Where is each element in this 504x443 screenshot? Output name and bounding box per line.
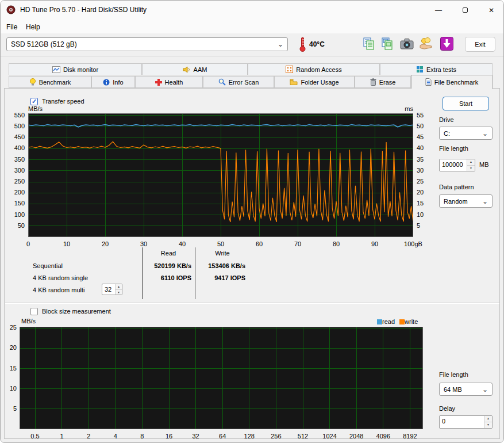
tab-label: Erase bbox=[379, 79, 396, 86]
axis-tick-label: 30 bbox=[417, 167, 434, 174]
benchmark-icon bbox=[29, 78, 36, 86]
temperature-value: 40°C bbox=[309, 40, 325, 48]
multi-thread-spinner[interactable]: 32 ▲▼ bbox=[102, 284, 122, 295]
axis-tick-label: 50 bbox=[206, 240, 235, 247]
section-divider bbox=[5, 303, 499, 304]
extra-tests-icon bbox=[416, 66, 424, 73]
spin-up-icon[interactable]: ▲ bbox=[116, 284, 122, 289]
tab-benchmark[interactable]: Benchmark bbox=[9, 76, 91, 88]
block-size-checkbox[interactable] bbox=[30, 308, 38, 315]
data-pattern-value: Random bbox=[444, 198, 482, 205]
axis-tick-label: 5 bbox=[2, 405, 17, 412]
result-row-label: 4 KB random single bbox=[33, 274, 88, 281]
axis-tick-label: 10 bbox=[2, 385, 17, 392]
axis-tick-label: 64 bbox=[208, 433, 237, 440]
transfer-chart-plot bbox=[28, 113, 413, 237]
app-icon bbox=[6, 5, 16, 14]
maximize-button[interactable] bbox=[452, 1, 478, 20]
file-length2-value: 64 MB bbox=[444, 386, 482, 393]
menu-help[interactable]: Help bbox=[22, 22, 44, 32]
window-title: HD Tune Pro 5.70 - Hard Disk/SSD Utility bbox=[20, 6, 147, 14]
axis-tick-label: 512 bbox=[288, 433, 317, 440]
titlebar: HD Tune Pro 5.70 - Hard Disk/SSD Utility… bbox=[1, 1, 504, 20]
spin-down-icon[interactable]: ▼ bbox=[484, 422, 492, 428]
result-row-label: Sequential bbox=[33, 262, 63, 269]
drive-select-value: C: bbox=[444, 130, 482, 137]
download-icon[interactable] bbox=[440, 37, 453, 51]
tab-file-benchmark[interactable]: File Benchmark bbox=[411, 75, 493, 89]
spin-up-icon[interactable]: ▲ bbox=[484, 416, 492, 422]
axis-tick-label: 25 bbox=[417, 178, 434, 185]
axis-tick-label: 450 bbox=[2, 133, 25, 140]
data-pattern-select[interactable]: Random ⌄ bbox=[439, 194, 493, 208]
file-length-spinner[interactable]: 100000 ▲▼ bbox=[439, 159, 475, 171]
tab-random-access[interactable]: Random Access bbox=[248, 63, 380, 75]
axis-tick-label: 10 bbox=[417, 211, 434, 218]
tab-label: Error Scan bbox=[229, 79, 259, 86]
tab-extra-tests[interactable]: Extra tests bbox=[380, 63, 493, 75]
toolbar-separator bbox=[1, 56, 504, 57]
result-read-value: 6110 IOPS bbox=[140, 274, 191, 281]
spin-down-icon[interactable]: ▼ bbox=[467, 165, 475, 171]
thermometer-icon bbox=[299, 36, 306, 52]
minimize-button[interactable]: — bbox=[425, 1, 452, 20]
axis-tick-label: 5 bbox=[417, 222, 434, 229]
axis-tick-label: 20 bbox=[2, 344, 17, 351]
spin-down-icon[interactable]: ▼ bbox=[116, 289, 122, 295]
delay-spinner[interactable]: 0 ▲▼ bbox=[439, 415, 493, 429]
axis-tick-label: 100 bbox=[2, 211, 25, 218]
axis-tick-label: 0 bbox=[14, 240, 43, 247]
menubar: File Help bbox=[1, 20, 504, 33]
start-button[interactable]: Start bbox=[443, 97, 489, 110]
block-size-label: Block size measurement bbox=[42, 308, 111, 315]
device-select[interactable]: SSD 512GB (512 gB) ⌄ bbox=[6, 37, 288, 51]
axis-tick-label: 1024 bbox=[316, 433, 344, 440]
chevron-down-icon: ⌄ bbox=[482, 131, 488, 136]
tab-health[interactable]: Health bbox=[135, 76, 203, 88]
menu-file[interactable]: File bbox=[3, 22, 21, 32]
axis-tick-label: 300 bbox=[2, 167, 25, 174]
camera-icon[interactable] bbox=[400, 38, 414, 49]
tab-label: Info bbox=[113, 79, 123, 86]
tab-disk-monitor[interactable]: Disk monitor bbox=[9, 63, 142, 75]
axis-tick-label: 500 bbox=[2, 123, 25, 129]
maximize-icon bbox=[463, 7, 468, 13]
y-axis-right-unit: ms bbox=[390, 105, 413, 112]
tab-label: Disk monitor bbox=[63, 66, 98, 73]
axis-tick-label: 8 bbox=[128, 433, 156, 440]
close-button[interactable]: ✕ bbox=[478, 1, 504, 20]
axis-tick-label: 40 bbox=[168, 240, 197, 247]
file-length-value: 100000 bbox=[440, 159, 467, 171]
axis-tick-label: 4096 bbox=[369, 433, 398, 440]
transfer-speed-checkbox[interactable]: ✓ bbox=[30, 98, 38, 105]
axis-tick-label: 32 bbox=[182, 433, 210, 440]
info-icon bbox=[103, 79, 110, 86]
tab-error-scan[interactable]: Error Scan bbox=[203, 76, 274, 88]
legend-write-swatch bbox=[399, 319, 405, 324]
axis-tick-label: 2048 bbox=[342, 433, 371, 440]
file-length2-select[interactable]: 64 MB ⌄ bbox=[439, 383, 493, 396]
write-header: Write bbox=[195, 250, 250, 257]
tab-info[interactable]: Info bbox=[91, 76, 135, 88]
copy-text-icon[interactable] bbox=[363, 37, 375, 50]
file-length2-label: File length bbox=[439, 371, 468, 378]
spin-up-icon[interactable]: ▲ bbox=[467, 159, 475, 165]
tab-erase[interactable]: Erase bbox=[355, 76, 411, 88]
results-divider bbox=[195, 247, 195, 299]
legend-read-swatch bbox=[377, 319, 382, 324]
tab-aam[interactable]: AAM bbox=[142, 63, 248, 75]
chart-legend: read write bbox=[377, 318, 418, 325]
drive-label: Drive bbox=[439, 116, 454, 123]
exit-button[interactable]: Exit bbox=[465, 37, 495, 52]
donate-icon[interactable] bbox=[419, 37, 433, 50]
magnifier-icon bbox=[218, 78, 226, 86]
axis-tick-label: 350 bbox=[2, 156, 25, 163]
axis-tick-label: 35 bbox=[417, 156, 434, 163]
drive-select[interactable]: C: ⌄ bbox=[439, 127, 493, 140]
legend-write-label: write bbox=[405, 318, 418, 325]
axis-tick-label: 200 bbox=[2, 189, 25, 196]
copy-image-icon[interactable] bbox=[381, 37, 394, 50]
axis-tick-label: 70 bbox=[283, 240, 312, 247]
tab-folder-usage[interactable]: Folder Usage bbox=[274, 76, 355, 88]
multi-thread-value: 32 bbox=[102, 284, 115, 295]
